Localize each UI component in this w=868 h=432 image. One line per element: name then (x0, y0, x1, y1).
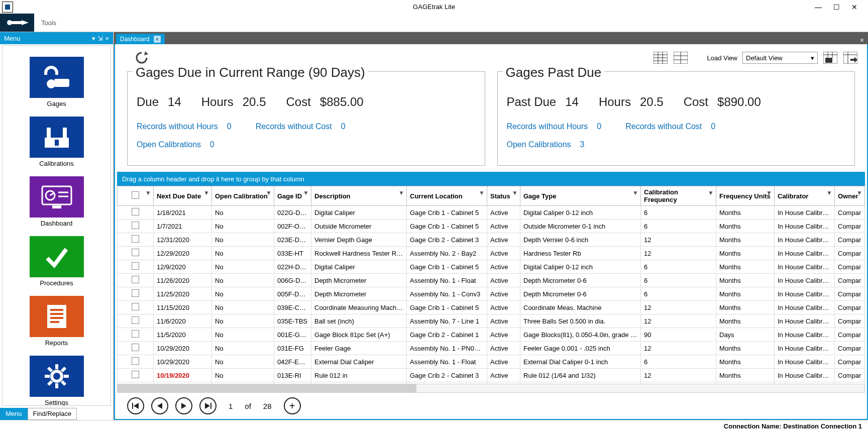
row-checkbox[interactable] (132, 303, 139, 310)
col-header[interactable]: Description▼ (311, 186, 407, 206)
table-row[interactable]: 11/5/2020No001E-GBLKGage Block 81pc Set … (118, 328, 865, 342)
table-row[interactable]: 11/26/2020No006G-DMICDepth MicrometerAss… (118, 274, 865, 287)
tools-tab[interactable]: Tools (34, 14, 63, 32)
filter-icon[interactable]: ▼ (145, 189, 151, 196)
col-header[interactable]: Gage Type▼ (520, 186, 641, 206)
table-row[interactable]: 1/7/2021No002F-OMICOutside MicrometerGag… (118, 220, 865, 233)
table-row[interactable]: 12/31/2020No023E-DVERVernier Depth GageG… (118, 233, 865, 247)
filter-icon[interactable]: ▼ (766, 189, 772, 196)
col-header[interactable]: Owner▼ (835, 186, 865, 206)
col-header[interactable]: Current Location▼ (407, 186, 487, 206)
svg-rect-1 (12, 21, 22, 24)
filter-icon[interactable]: ▼ (266, 189, 272, 196)
filter-icon[interactable]: ▼ (479, 189, 485, 196)
save-view-button[interactable] (823, 50, 838, 65)
col-header[interactable]: Gage ID▼ (274, 186, 311, 206)
col-header[interactable]: Calibrator▼ (775, 186, 835, 206)
cell-description: Digital Caliper (311, 206, 407, 220)
col-header[interactable]: Calibration Frequency▼ (641, 186, 716, 206)
col-header[interactable]: Open Calibration▼ (212, 186, 274, 206)
col-label: Open Calibration (215, 192, 268, 200)
menu-tile-label: Procedures (30, 279, 84, 287)
filter-icon[interactable]: ▼ (203, 189, 209, 196)
table-row[interactable]: 1/18/2021No022G-DCALDigital CaliperGage … (118, 206, 865, 220)
filter-icon[interactable]: ▼ (632, 189, 638, 196)
col-header[interactable]: Frequency Units▼ (716, 186, 775, 206)
ribbon: Tools (0, 14, 868, 32)
col-header[interactable]: Next Due Date▼ (154, 186, 212, 206)
group-bar[interactable]: Drag a column header and drop it here to… (117, 172, 865, 186)
filter-icon[interactable]: ▼ (708, 189, 714, 196)
table-row[interactable]: 10/29/2020No031E-FGFeeler GageAssembly N… (118, 342, 865, 355)
menu-pin-icon[interactable]: ⇲ (97, 35, 103, 42)
filter-icon[interactable]: ▼ (398, 189, 404, 196)
due-rec-no-hours-link[interactable]: Records without Hours0 (137, 122, 232, 131)
row-checkbox[interactable] (132, 344, 139, 351)
row-checkbox[interactable] (132, 222, 139, 229)
cell-calibrator: In House Calibration (775, 369, 835, 382)
export-view-button[interactable] (843, 50, 858, 65)
grid-layout-2-button[interactable] (673, 50, 688, 65)
grid-layout-1-button[interactable] (653, 50, 668, 65)
last-page-button[interactable] (199, 397, 216, 414)
menu-tile-calibrations[interactable]: Calibrations (30, 117, 84, 167)
due-rec-no-cost-link[interactable]: Records without Cost0 (256, 122, 346, 131)
menu-tile-dashboard[interactable]: Dashboard (30, 176, 84, 227)
maximize-button[interactable]: ☐ (833, 3, 840, 11)
menu-tile-procedures[interactable]: Procedures (30, 236, 84, 287)
prev-page-button[interactable] (151, 397, 168, 414)
row-checkbox[interactable] (132, 289, 139, 297)
cell-gage-id: 023E-DVER (274, 233, 311, 247)
close-tab-icon[interactable]: × (154, 36, 161, 43)
row-checkbox[interactable] (132, 208, 139, 215)
table-row[interactable]: 10/29/2020No042F-ECALExternal Dial Calip… (118, 355, 865, 369)
pd-open-cal-link[interactable]: Open Calibrations3 (507, 140, 585, 149)
cell-location: Assembly No. 2 - Bay2 (407, 247, 487, 260)
first-page-button[interactable] (127, 397, 144, 414)
tabstrip-close-icon[interactable]: × (856, 36, 868, 44)
horizontal-scrollbar[interactable] (117, 384, 865, 393)
filter-icon[interactable]: ▼ (826, 189, 832, 196)
table-row[interactable]: 12/29/2020No033E-HTRockwell Hardness Tes… (118, 247, 865, 260)
row-checkbox[interactable] (132, 371, 139, 378)
menu-tile-reports[interactable]: Reports (30, 296, 84, 347)
table-row[interactable]: 11/25/2020No005F-DMICDepth MicrometerAss… (118, 287, 865, 301)
row-checkbox[interactable] (132, 249, 139, 256)
load-view-select[interactable]: Default View ▾ (742, 52, 818, 64)
table-row[interactable]: 12/9/2020No022H-DCALDigital CaliperGage … (118, 260, 865, 274)
menu-close-icon[interactable]: × (105, 35, 109, 42)
row-checkbox[interactable] (132, 316, 139, 324)
menu-dropdown-icon[interactable]: ▾ (92, 35, 95, 42)
table-row[interactable]: 11/15/2020No039E-CMMCoordinate Measuring… (118, 301, 865, 314)
filter-icon[interactable]: ▼ (856, 189, 862, 196)
col-header[interactable]: ▼ (118, 186, 154, 206)
cell-gage-type: Digital Caliper 0-12 inch (520, 206, 641, 220)
row-checkbox[interactable] (132, 276, 139, 283)
pd-rec-no-hours-link[interactable]: Records without Hours0 (507, 122, 602, 131)
minimize-button[interactable]: — (815, 3, 822, 11)
due-open-cal-link[interactable]: Open Calibrations0 (137, 140, 214, 149)
bottom-tab-menu[interactable]: Menu (0, 408, 28, 420)
panel-tab-dashboard[interactable]: Dashboard × (116, 34, 165, 44)
close-button[interactable]: ✕ (851, 3, 858, 11)
table-row[interactable]: 11/6/2020No035E-TBSBall set (inch)Assemb… (118, 314, 865, 328)
filter-icon[interactable]: ▼ (303, 189, 309, 196)
menu-tile-gages[interactable]: Gages (30, 57, 84, 107)
col-header[interactable]: Status▼ (487, 186, 520, 206)
row-checkbox[interactable] (132, 262, 139, 270)
pd-rec-no-cost-link[interactable]: Records without Cost0 (625, 122, 715, 131)
cell-gage-type: Depth Vernier 0-6 inch (520, 233, 641, 247)
row-checkbox[interactable] (132, 357, 139, 365)
table-row[interactable]: 10/19/2020No013E-RIRule 012 inGage Crib … (118, 369, 865, 382)
filter-icon[interactable]: ▼ (512, 189, 518, 196)
refresh-icon[interactable] (134, 50, 149, 65)
add-record-button[interactable]: + (284, 397, 301, 414)
bottom-tab-find[interactable]: Find/Replace (28, 408, 77, 420)
cell-next-due-date: 11/26/2020 (154, 274, 212, 287)
select-all-checkbox[interactable] (132, 191, 139, 199)
row-checkbox[interactable] (132, 235, 139, 243)
row-checkbox[interactable] (132, 330, 139, 338)
menu-tile-settings[interactable]: Settings (30, 356, 84, 406)
next-page-button[interactable] (175, 397, 192, 414)
file-tab[interactable] (0, 14, 34, 32)
